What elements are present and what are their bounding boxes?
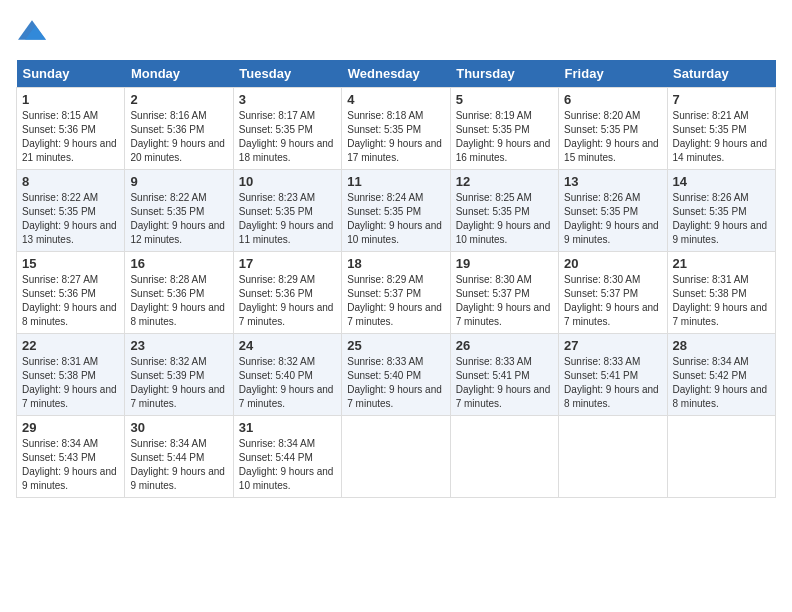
- calendar-cell: 8 Sunrise: 8:22 AM Sunset: 5:35 PM Dayli…: [17, 170, 125, 252]
- day-info: Sunrise: 8:24 AM Sunset: 5:35 PM Dayligh…: [347, 191, 444, 247]
- sunset-label: Sunset: 5:42 PM: [673, 370, 747, 381]
- day-number: 20: [564, 256, 661, 271]
- day-number: 1: [22, 92, 119, 107]
- sunrise-label: Sunrise: 8:28 AM: [130, 274, 206, 285]
- daylight-label: Daylight: 9 hours and 13 minutes.: [22, 220, 117, 245]
- sunrise-label: Sunrise: 8:33 AM: [347, 356, 423, 367]
- day-info: Sunrise: 8:28 AM Sunset: 5:36 PM Dayligh…: [130, 273, 227, 329]
- sunrise-label: Sunrise: 8:21 AM: [673, 110, 749, 121]
- sunrise-label: Sunrise: 8:15 AM: [22, 110, 98, 121]
- day-number: 5: [456, 92, 553, 107]
- daylight-label: Daylight: 9 hours and 8 minutes.: [130, 302, 225, 327]
- calendar-cell: 22 Sunrise: 8:31 AM Sunset: 5:38 PM Dayl…: [17, 334, 125, 416]
- sunrise-label: Sunrise: 8:16 AM: [130, 110, 206, 121]
- day-number: 23: [130, 338, 227, 353]
- day-number: 14: [673, 174, 770, 189]
- daylight-label: Daylight: 9 hours and 7 minutes.: [22, 384, 117, 409]
- daylight-label: Daylight: 9 hours and 7 minutes.: [239, 302, 334, 327]
- sunset-label: Sunset: 5:35 PM: [564, 206, 638, 217]
- sunrise-label: Sunrise: 8:34 AM: [130, 438, 206, 449]
- sunset-label: Sunset: 5:35 PM: [130, 206, 204, 217]
- day-number: 13: [564, 174, 661, 189]
- day-info: Sunrise: 8:34 AM Sunset: 5:43 PM Dayligh…: [22, 437, 119, 493]
- daylight-label: Daylight: 9 hours and 17 minutes.: [347, 138, 442, 163]
- daylight-label: Daylight: 9 hours and 16 minutes.: [456, 138, 551, 163]
- day-number: 21: [673, 256, 770, 271]
- day-number: 27: [564, 338, 661, 353]
- day-info: Sunrise: 8:16 AM Sunset: 5:36 PM Dayligh…: [130, 109, 227, 165]
- calendar-cell: 26 Sunrise: 8:33 AM Sunset: 5:41 PM Dayl…: [450, 334, 558, 416]
- weekday-thursday: Thursday: [450, 60, 558, 88]
- sunset-label: Sunset: 5:41 PM: [564, 370, 638, 381]
- calendar-cell: 27 Sunrise: 8:33 AM Sunset: 5:41 PM Dayl…: [559, 334, 667, 416]
- sunset-label: Sunset: 5:41 PM: [456, 370, 530, 381]
- sunrise-label: Sunrise: 8:34 AM: [673, 356, 749, 367]
- sunset-label: Sunset: 5:35 PM: [673, 206, 747, 217]
- calendar-cell: 28 Sunrise: 8:34 AM Sunset: 5:42 PM Dayl…: [667, 334, 775, 416]
- daylight-label: Daylight: 9 hours and 9 minutes.: [22, 466, 117, 491]
- daylight-label: Daylight: 9 hours and 21 minutes.: [22, 138, 117, 163]
- sunrise-label: Sunrise: 8:33 AM: [456, 356, 532, 367]
- day-number: 29: [22, 420, 119, 435]
- sunset-label: Sunset: 5:44 PM: [130, 452, 204, 463]
- day-number: 10: [239, 174, 336, 189]
- day-info: Sunrise: 8:25 AM Sunset: 5:35 PM Dayligh…: [456, 191, 553, 247]
- day-info: Sunrise: 8:33 AM Sunset: 5:41 PM Dayligh…: [564, 355, 661, 411]
- calendar-body: 1 Sunrise: 8:15 AM Sunset: 5:36 PM Dayli…: [17, 88, 776, 498]
- calendar-cell: 12 Sunrise: 8:25 AM Sunset: 5:35 PM Dayl…: [450, 170, 558, 252]
- sunset-label: Sunset: 5:35 PM: [347, 206, 421, 217]
- day-info: Sunrise: 8:30 AM Sunset: 5:37 PM Dayligh…: [564, 273, 661, 329]
- day-number: 11: [347, 174, 444, 189]
- calendar-cell: 10 Sunrise: 8:23 AM Sunset: 5:35 PM Dayl…: [233, 170, 341, 252]
- day-info: Sunrise: 8:19 AM Sunset: 5:35 PM Dayligh…: [456, 109, 553, 165]
- day-number: 18: [347, 256, 444, 271]
- day-info: Sunrise: 8:32 AM Sunset: 5:40 PM Dayligh…: [239, 355, 336, 411]
- calendar-cell: 4 Sunrise: 8:18 AM Sunset: 5:35 PM Dayli…: [342, 88, 450, 170]
- sunset-label: Sunset: 5:37 PM: [347, 288, 421, 299]
- daylight-label: Daylight: 9 hours and 8 minutes.: [22, 302, 117, 327]
- week-row-3: 22 Sunrise: 8:31 AM Sunset: 5:38 PM Dayl…: [17, 334, 776, 416]
- daylight-label: Daylight: 9 hours and 8 minutes.: [673, 384, 768, 409]
- day-number: 25: [347, 338, 444, 353]
- daylight-label: Daylight: 9 hours and 12 minutes.: [130, 220, 225, 245]
- sunset-label: Sunset: 5:36 PM: [22, 124, 96, 135]
- daylight-label: Daylight: 9 hours and 11 minutes.: [239, 220, 334, 245]
- daylight-label: Daylight: 9 hours and 7 minutes.: [130, 384, 225, 409]
- week-row-2: 15 Sunrise: 8:27 AM Sunset: 5:36 PM Dayl…: [17, 252, 776, 334]
- sunrise-label: Sunrise: 8:30 AM: [456, 274, 532, 285]
- daylight-label: Daylight: 9 hours and 10 minutes.: [239, 466, 334, 491]
- daylight-label: Daylight: 9 hours and 7 minutes.: [456, 384, 551, 409]
- sunrise-label: Sunrise: 8:32 AM: [239, 356, 315, 367]
- logo: [16, 16, 46, 48]
- calendar-cell: 24 Sunrise: 8:32 AM Sunset: 5:40 PM Dayl…: [233, 334, 341, 416]
- day-info: Sunrise: 8:31 AM Sunset: 5:38 PM Dayligh…: [22, 355, 119, 411]
- weekday-wednesday: Wednesday: [342, 60, 450, 88]
- sunset-label: Sunset: 5:36 PM: [22, 288, 96, 299]
- day-number: 30: [130, 420, 227, 435]
- calendar-cell: 23 Sunrise: 8:32 AM Sunset: 5:39 PM Dayl…: [125, 334, 233, 416]
- calendar-cell: 17 Sunrise: 8:29 AM Sunset: 5:36 PM Dayl…: [233, 252, 341, 334]
- day-info: Sunrise: 8:27 AM Sunset: 5:36 PM Dayligh…: [22, 273, 119, 329]
- day-info: Sunrise: 8:29 AM Sunset: 5:36 PM Dayligh…: [239, 273, 336, 329]
- day-number: 28: [673, 338, 770, 353]
- calendar-cell: 20 Sunrise: 8:30 AM Sunset: 5:37 PM Dayl…: [559, 252, 667, 334]
- calendar-cell: [450, 416, 558, 498]
- sunrise-label: Sunrise: 8:31 AM: [22, 356, 98, 367]
- header: [16, 16, 776, 48]
- day-number: 6: [564, 92, 661, 107]
- day-info: Sunrise: 8:20 AM Sunset: 5:35 PM Dayligh…: [564, 109, 661, 165]
- day-number: 15: [22, 256, 119, 271]
- sunset-label: Sunset: 5:35 PM: [456, 206, 530, 217]
- week-row-0: 1 Sunrise: 8:15 AM Sunset: 5:36 PM Dayli…: [17, 88, 776, 170]
- sunrise-label: Sunrise: 8:17 AM: [239, 110, 315, 121]
- sunrise-label: Sunrise: 8:26 AM: [564, 192, 640, 203]
- daylight-label: Daylight: 9 hours and 7 minutes.: [239, 384, 334, 409]
- daylight-label: Daylight: 9 hours and 9 minutes.: [130, 466, 225, 491]
- daylight-label: Daylight: 9 hours and 9 minutes.: [564, 220, 659, 245]
- day-info: Sunrise: 8:26 AM Sunset: 5:35 PM Dayligh…: [673, 191, 770, 247]
- daylight-label: Daylight: 9 hours and 7 minutes.: [347, 384, 442, 409]
- day-info: Sunrise: 8:34 AM Sunset: 5:44 PM Dayligh…: [239, 437, 336, 493]
- calendar-cell: [667, 416, 775, 498]
- day-number: 24: [239, 338, 336, 353]
- sunset-label: Sunset: 5:35 PM: [239, 206, 313, 217]
